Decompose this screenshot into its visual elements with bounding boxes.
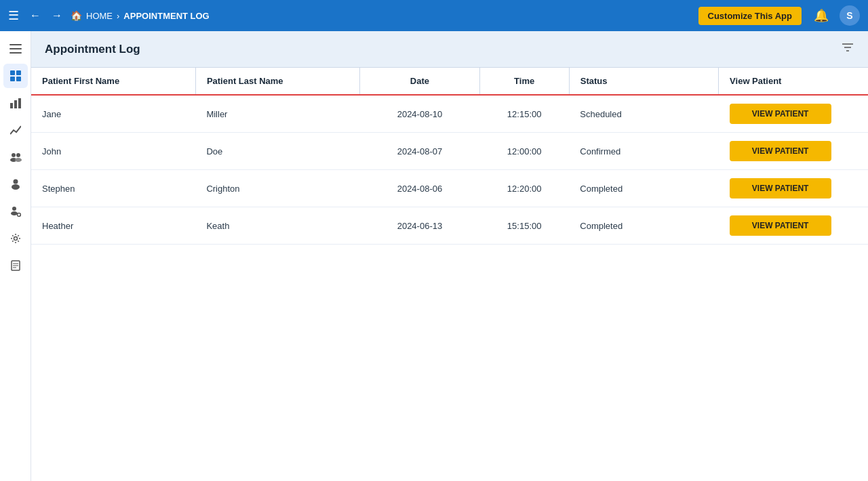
table-row: John Doe 2024-08-07 12:00:00 Confirmed V… bbox=[31, 133, 868, 170]
panel-header: Appointment Log bbox=[31, 31, 868, 68]
col-header-action: View Patient bbox=[719, 68, 868, 95]
top-navigation: ☰ ← → 🏠 HOME › APPOINTMENT LOG Customize… bbox=[0, 0, 868, 31]
cell-status: Completed bbox=[569, 207, 718, 245]
user-avatar[interactable]: S bbox=[840, 5, 860, 26]
col-header-time: Time bbox=[479, 68, 569, 95]
cell-last-name: Keath bbox=[195, 207, 359, 245]
col-header-date: Date bbox=[360, 68, 479, 95]
sidebar-item-users[interactable] bbox=[3, 145, 28, 169]
svg-point-11 bbox=[16, 153, 20, 157]
svg-point-20 bbox=[14, 237, 17, 240]
sidebar bbox=[0, 31, 31, 481]
cell-time: 15:15:00 bbox=[479, 207, 569, 245]
forward-button[interactable]: → bbox=[49, 7, 65, 24]
svg-rect-7 bbox=[10, 103, 13, 108]
svg-rect-1 bbox=[9, 48, 22, 49]
sidebar-item-settings[interactable] bbox=[3, 226, 28, 251]
notifications-bell-icon[interactable]: 🔔 bbox=[814, 8, 829, 23]
back-button[interactable]: ← bbox=[27, 7, 43, 24]
sidebar-item-grid[interactable] bbox=[3, 64, 28, 88]
cell-date: 2024-08-10 bbox=[360, 95, 479, 133]
home-icon: 🏠 bbox=[71, 10, 82, 21]
view-patient-button-3[interactable]: VIEW PATIENT bbox=[730, 215, 831, 236]
cell-last-name: Miller bbox=[195, 95, 359, 133]
panel-title: Appointment Log bbox=[45, 43, 140, 56]
cell-last-name: Crighton bbox=[195, 170, 359, 207]
col-header-first-name: Patient First Name bbox=[31, 68, 195, 95]
cell-action: VIEW PATIENT bbox=[719, 170, 868, 207]
breadcrumb: 🏠 HOME › APPOINTMENT LOG bbox=[71, 10, 210, 21]
cell-time: 12:00:00 bbox=[479, 133, 569, 170]
cell-first-name: Heather bbox=[31, 207, 195, 245]
sidebar-item-document[interactable] bbox=[3, 253, 28, 278]
sidebar-item-bar-chart[interactable] bbox=[3, 91, 28, 115]
table-row: Stephen Crighton 2024-08-06 12:20:00 Com… bbox=[31, 170, 868, 207]
breadcrumb-separator: › bbox=[117, 11, 119, 21]
sidebar-item-person-search[interactable] bbox=[3, 199, 28, 224]
cell-action: VIEW PATIENT bbox=[719, 133, 868, 170]
cell-status: Confirmed bbox=[569, 133, 718, 170]
svg-rect-2 bbox=[9, 52, 22, 54]
breadcrumb-current: APPOINTMENT LOG bbox=[123, 11, 209, 21]
appointments-table-container: Patient First Name Patient Last Name Dat… bbox=[31, 68, 868, 481]
cell-action: VIEW PATIENT bbox=[719, 207, 868, 245]
svg-point-15 bbox=[12, 184, 20, 190]
svg-point-16 bbox=[12, 207, 16, 211]
cell-status: Completed bbox=[569, 170, 718, 207]
col-header-status: Status bbox=[569, 68, 718, 95]
svg-rect-4 bbox=[16, 70, 21, 75]
sidebar-item-line-chart[interactable] bbox=[3, 118, 28, 142]
svg-line-19 bbox=[20, 215, 20, 216]
table-header-row: Patient First Name Patient Last Name Dat… bbox=[31, 68, 868, 95]
cell-time: 12:20:00 bbox=[479, 170, 569, 207]
sidebar-item-person[interactable] bbox=[3, 172, 28, 196]
view-patient-button-1[interactable]: VIEW PATIENT bbox=[730, 141, 831, 161]
table-row: Jane Miller 2024-08-10 12:15:00 Schedule… bbox=[31, 95, 868, 133]
svg-rect-6 bbox=[16, 77, 21, 81]
view-patient-button-0[interactable]: VIEW PATIENT bbox=[730, 104, 831, 124]
main-content: Appointment Log Patient First Name Patie… bbox=[31, 31, 868, 481]
svg-rect-9 bbox=[18, 98, 21, 108]
svg-rect-0 bbox=[9, 44, 22, 45]
hamburger-menu-icon[interactable]: ☰ bbox=[8, 8, 19, 23]
cell-action: VIEW PATIENT bbox=[719, 95, 868, 133]
cell-date: 2024-06-13 bbox=[360, 207, 479, 245]
svg-point-17 bbox=[11, 211, 18, 215]
table-row: Heather Keath 2024-06-13 15:15:00 Comple… bbox=[31, 207, 868, 245]
svg-point-13 bbox=[15, 158, 22, 162]
svg-point-14 bbox=[13, 180, 18, 184]
cell-first-name: John bbox=[31, 133, 195, 170]
customize-app-button[interactable]: Customize This App bbox=[698, 7, 802, 25]
filter-icon[interactable] bbox=[841, 42, 854, 56]
cell-status: Scheduled bbox=[569, 95, 718, 133]
breadcrumb-home[interactable]: HOME bbox=[86, 11, 113, 21]
svg-rect-5 bbox=[10, 77, 15, 81]
svg-rect-3 bbox=[10, 70, 15, 75]
cell-time: 12:15:00 bbox=[479, 95, 569, 133]
sidebar-item-menu[interactable] bbox=[3, 37, 28, 61]
cell-first-name: Jane bbox=[31, 95, 195, 133]
cell-date: 2024-08-07 bbox=[360, 133, 479, 170]
view-patient-button-2[interactable]: VIEW PATIENT bbox=[730, 178, 831, 198]
appointments-table: Patient First Name Patient Last Name Dat… bbox=[31, 68, 868, 245]
col-header-last-name: Patient Last Name bbox=[195, 68, 359, 95]
cell-last-name: Doe bbox=[195, 133, 359, 170]
svg-point-10 bbox=[12, 153, 16, 157]
svg-rect-8 bbox=[14, 100, 17, 108]
main-layout: Appointment Log Patient First Name Patie… bbox=[0, 31, 868, 481]
cell-first-name: Stephen bbox=[31, 170, 195, 207]
cell-date: 2024-08-06 bbox=[360, 170, 479, 207]
